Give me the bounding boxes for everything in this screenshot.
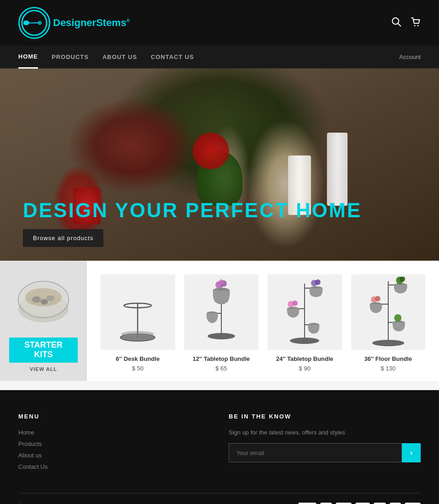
logo-circle <box>18 7 50 39</box>
svg-point-32 <box>315 279 321 285</box>
svg-point-39 <box>290 338 319 344</box>
svg-point-48 <box>375 296 380 301</box>
hero-flowers <box>193 133 229 169</box>
svg-point-27 <box>208 333 235 339</box>
svg-point-19 <box>121 331 154 337</box>
footer-top: MENU Home Products About us Contact Us B… <box>18 413 421 475</box>
footer-link-contact[interactable]: Contact Us <box>18 463 210 470</box>
svg-point-12 <box>32 296 41 303</box>
product-card-tabletop-12[interactable]: 12'' Tabletop Bundle $ 65 <box>180 270 263 376</box>
starter-kits-label-line2: KITS <box>34 350 53 359</box>
logo-text-part1: Designer <box>53 17 96 28</box>
product-image-floor-36 <box>351 274 426 350</box>
product-image-desk-bundle <box>101 274 175 350</box>
logo-trademark: ® <box>126 18 129 23</box>
starter-kits-image <box>16 274 71 329</box>
product-name-tabletop-24: 24'' Tabletop Bundle <box>268 355 342 362</box>
floor-36-svg <box>363 277 413 348</box>
product-image-tabletop-12 <box>184 274 259 350</box>
starter-kits-label: STARTER KITS <box>9 338 78 363</box>
view-all-button[interactable]: VIEW ALL <box>30 366 57 372</box>
product-name-floor-36: 36'' Floor Bundle <box>351 355 426 362</box>
nav-links: HOME PRODUCTS ABOUT US CONTACT US <box>18 46 194 69</box>
hero-title: DESIGN YOUR PERFECT HOME <box>23 199 416 222</box>
logo-text-part2: Stems <box>96 17 126 28</box>
footer-link-products[interactable]: Products <box>18 440 210 447</box>
product-card-desk-bundle[interactable]: 6'' Desk Bundle $ 50 <box>96 270 180 376</box>
logo-text: DesignerStems® <box>53 17 130 29</box>
svg-point-13 <box>41 299 48 305</box>
products-section: STARTER KITS VIEW ALL 6'' Desk Bundle $ … <box>0 261 439 390</box>
svg-point-6 <box>414 25 416 26</box>
footer-menu: MENU Home Products About us Contact Us <box>18 413 210 475</box>
product-card-floor-36[interactable]: 36'' Floor Bundle $ 130 <box>347 270 430 376</box>
product-image-tabletop-24 <box>268 274 342 350</box>
tabletop-12-svg <box>196 277 246 348</box>
cart-icon[interactable] <box>411 17 421 29</box>
header: DesignerStems® <box>0 0 439 46</box>
starter-kits-card[interactable]: STARTER KITS VIEW ALL <box>0 261 87 381</box>
account-link[interactable]: Account <box>399 54 421 60</box>
newsletter-form: › <box>229 443 421 462</box>
footer-newsletter: BE IN THE KNOW Sign up for the latest ne… <box>229 413 421 475</box>
newsletter-submit-button[interactable]: › <box>402 443 421 462</box>
product-price-tabletop-24: $ 90 <box>268 365 342 372</box>
hero-overlay: DESIGN YOUR PERFECT HOME Browse all prod… <box>0 185 439 261</box>
starter-kits-label-line1: STARTER <box>24 340 63 349</box>
nav-item-products[interactable]: PRODUCTS <box>52 46 89 68</box>
svg-point-14 <box>46 295 54 301</box>
browse-products-button[interactable]: Browse all products <box>23 229 103 247</box>
nav-item-contact[interactable]: CONTACT US <box>151 46 194 68</box>
newsletter-email-input[interactable] <box>229 443 402 462</box>
header-icons <box>391 17 421 29</box>
nav-item-home[interactable]: HOME <box>18 46 38 69</box>
svg-point-36 <box>292 300 298 306</box>
nav-item-about[interactable]: ABOUT US <box>102 46 137 68</box>
newsletter-title: BE IN THE KNOW <box>229 413 421 420</box>
search-icon[interactable] <box>391 17 402 29</box>
tabletop-24-svg <box>279 277 330 348</box>
product-name-desk-bundle: 6'' Desk Bundle <box>101 355 175 362</box>
svg-point-7 <box>418 25 419 26</box>
product-price-floor-36: $ 130 <box>351 365 426 372</box>
desk-bundle-svg <box>115 278 161 347</box>
svg-point-51 <box>394 314 402 322</box>
svg-line-5 <box>398 23 401 26</box>
product-card-tabletop-24[interactable]: 24'' Tabletop Bundle $ 90 <box>263 270 347 376</box>
product-price-tabletop-12: $ 65 <box>184 365 259 372</box>
newsletter-description: Sign up for the latest news, offers and … <box>229 429 421 436</box>
product-price-desk-bundle: $ 50 <box>101 365 175 372</box>
svg-point-1 <box>25 21 29 25</box>
footer: MENU Home Products About us Contact Us B… <box>0 390 439 504</box>
logo-icon <box>21 9 48 37</box>
footer-bottom: © 2017, Designer Stems. AMEX DC DISC JCB… <box>18 493 421 504</box>
navigation: HOME PRODUCTS ABOUT US CONTACT US Accoun… <box>0 46 439 69</box>
product-cards: 6'' Desk Bundle $ 50 <box>87 261 439 381</box>
footer-link-about[interactable]: About us <box>18 452 210 459</box>
footer-link-home[interactable]: Home <box>18 429 210 436</box>
hero-section: DESIGN YOUR PERFECT HOME Browse all prod… <box>0 69 439 261</box>
footer-menu-title: MENU <box>18 413 210 420</box>
svg-point-52 <box>372 340 404 346</box>
bowl-svg <box>16 274 71 329</box>
svg-point-24 <box>219 279 224 285</box>
logo[interactable]: DesignerStems® <box>18 7 130 39</box>
product-name-tabletop-12: 12'' Tabletop Bundle <box>184 355 259 362</box>
